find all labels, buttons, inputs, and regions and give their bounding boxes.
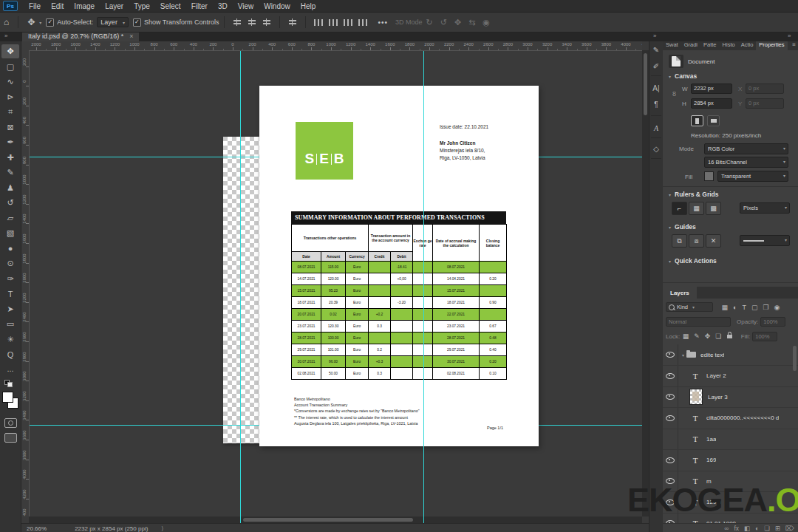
new-layer-icon[interactable]: ⊞: [775, 525, 780, 532]
horizontal-ruler[interactable]: 2000180016001400120010008006004002000200…: [29, 41, 642, 51]
character-panel-icon[interactable]: A|: [649, 84, 663, 92]
layer-row[interactable]: T169: [663, 450, 798, 471]
align-right-icon[interactable]: [262, 18, 271, 26]
delete-layer-icon[interactable]: ⌦: [785, 525, 794, 532]
layer-mask-icon[interactable]: ◧: [744, 525, 750, 532]
3d-drag-icon[interactable]: ✥: [454, 18, 461, 27]
panel-menu-icon[interactable]: ≡: [792, 41, 796, 48]
paragraph-panel-icon[interactable]: ¶: [649, 100, 663, 109]
menu-window[interactable]: Window: [259, 2, 296, 10]
fill-swatch[interactable]: [704, 171, 714, 181]
3d-roll-icon[interactable]: ↺: [440, 18, 447, 27]
3d-camera-icon[interactable]: ◉: [482, 18, 490, 27]
portrait-orientation-button[interactable]: [691, 115, 703, 126]
healing-brush-tool[interactable]: ✚: [1, 151, 19, 165]
layer-effects-icon[interactable]: fx: [734, 525, 739, 532]
layer-filter-dropdown[interactable]: Kind ▾: [666, 302, 713, 312]
adjustment-layer-icon[interactable]: ◐: [755, 525, 759, 532]
layer-row[interactable]: TLayer 2: [663, 366, 798, 387]
vertical-ruler[interactable]: 2000200400600800100012001400160018002000…: [21, 50, 30, 516]
fill-dropdown[interactable]: Transparent▾: [717, 171, 788, 182]
auto-select-target-dropdown[interactable]: Layer ▾: [97, 17, 129, 27]
vertical-guide[interactable]: [423, 50, 424, 523]
marquee-tool[interactable]: ▢: [1, 60, 19, 74]
close-icon[interactable]: ×: [129, 33, 133, 40]
auto-select-checkbox[interactable]: ✓: [46, 18, 54, 27]
color-mode-dropdown[interactable]: RGB Color▾: [704, 143, 788, 154]
menu-help[interactable]: Help: [296, 2, 321, 10]
link-layers-icon[interactable]: ∞: [724, 525, 729, 532]
filter-type-layers-icon[interactable]: T: [742, 304, 746, 311]
toggle-pixel-grid-button[interactable]: ▩: [706, 202, 721, 215]
menu-edit[interactable]: Edit: [46, 2, 69, 10]
toggle-rulers-button[interactable]: ⌐: [672, 202, 687, 215]
move-tool[interactable]: ✥: [1, 44, 19, 58]
more-options-icon[interactable]: •••: [378, 18, 388, 27]
collapse-tools-icon[interactable]: »: [4, 33, 7, 39]
lasso-tool[interactable]: ∿: [1, 75, 19, 89]
vertical-guide[interactable]: [240, 50, 241, 523]
guides-section-header[interactable]: ▾Guides: [669, 223, 696, 231]
object-selection-tool[interactable]: ⊳: [1, 90, 19, 104]
ruler-units-dropdown[interactable]: Pixels▾: [740, 202, 790, 214]
document-tab[interactable]: Italy id.psd @ 20.7% (RGB/16) * ×: [22, 31, 139, 41]
canvas-section-header[interactable]: ▾Canvas: [669, 72, 697, 80]
toggle-guides-button[interactable]: ⧉: [672, 234, 687, 248]
layers-scrollbar[interactable]: [793, 346, 797, 371]
3d-orbit-icon[interactable]: ↻: [426, 18, 432, 27]
history-brush-tool[interactable]: ↺: [1, 196, 19, 210]
rulers-grids-section-header[interactable]: ▾Rulers & Grids: [669, 191, 719, 198]
filter-pin-icon[interactable]: ◉: [774, 304, 780, 311]
lock-guides-button[interactable]: ⧈: [689, 234, 704, 248]
distribute-vertical-icon[interactable]: [358, 19, 367, 26]
layer-fill-field[interactable]: 100%: [752, 332, 777, 341]
gradient-tool[interactable]: ▧: [1, 226, 19, 240]
blend-mode-dropdown[interactable]: Normal: [666, 317, 731, 327]
layer-row[interactable]: Tcilta0000000..<<<<<<<<0 d: [663, 408, 798, 429]
path-selection-tool[interactable]: ➤: [1, 302, 19, 316]
quick-mask-button[interactable]: [4, 418, 17, 428]
align-center-icon[interactable]: [248, 18, 256, 26]
menu-view[interactable]: View: [233, 2, 259, 10]
eraser-tool[interactable]: ▱: [1, 211, 19, 225]
zoom-level-field[interactable]: 20.66%: [27, 525, 47, 532]
quick-actions-section-header[interactable]: ▾Quick Actions: [669, 257, 717, 265]
collapse-panels-icon[interactable]: »: [788, 33, 791, 39]
filter-shape-layers-icon[interactable]: ▢: [751, 304, 758, 311]
layer-visibility-toggle[interactable]: [663, 386, 678, 407]
menu-file[interactable]: File: [24, 2, 46, 10]
filter-pixel-layers-icon[interactable]: ▦: [722, 304, 729, 311]
width-field[interactable]: 2232 px: [691, 83, 732, 94]
edit-toolbar-icon[interactable]: ⋯: [1, 364, 19, 378]
libraries-icon[interactable]: ◇: [649, 145, 663, 153]
expand-caret-icon[interactable]: ▾: [682, 352, 684, 358]
lock-artboard-icon[interactable]: ❏: [715, 332, 721, 340]
menu-type[interactable]: Type: [129, 2, 155, 10]
glyphs-panel-icon[interactable]: A: [649, 124, 663, 132]
move-tool-icon[interactable]: ✥: [27, 17, 35, 27]
clear-guides-button[interactable]: ✕: [706, 234, 721, 248]
default-colors-icon[interactable]: [4, 380, 13, 386]
layer-row[interactable]: ▾edite text: [663, 344, 798, 366]
lock-transparent-icon[interactable]: ▦: [683, 332, 689, 340]
filter-smart-objects-icon[interactable]: ❐: [763, 304, 768, 311]
3d-slide-icon[interactable]: ⇆: [468, 18, 475, 27]
align-middle-icon[interactable]: [288, 18, 297, 26]
pen-tool[interactable]: ✑: [1, 272, 19, 286]
layer-visibility-toggle[interactable]: [663, 429, 678, 449]
layer-row[interactable]: Layer 3: [663, 386, 798, 408]
show-transform-checkbox[interactable]: ✓: [133, 18, 141, 27]
layer-visibility-toggle[interactable]: [663, 408, 678, 429]
bit-depth-dropdown[interactable]: 16 Bits/Channel▾: [704, 157, 788, 168]
landscape-orientation-button[interactable]: [707, 115, 720, 126]
frame-tool[interactable]: ⊠: [1, 120, 19, 134]
layer-visibility-toggle[interactable]: [663, 450, 678, 471]
tab-layers[interactable]: Layers: [663, 287, 697, 299]
height-field[interactable]: 2854 px: [691, 98, 732, 109]
lock-pixels-icon[interactable]: ✎: [694, 332, 700, 340]
vertical-scrollbar[interactable]: [642, 50, 649, 516]
layer-row[interactable]: T1aa: [663, 429, 798, 450]
screen-mode-button[interactable]: [4, 433, 17, 443]
layer-visibility-toggle[interactable]: [663, 366, 678, 386]
hand-tool[interactable]: ✳: [1, 332, 19, 347]
